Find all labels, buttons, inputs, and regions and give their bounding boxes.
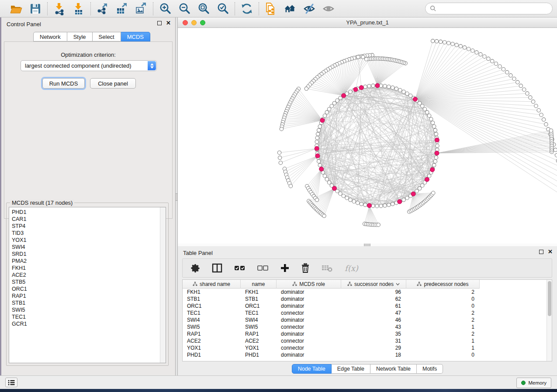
network-node[interactable]	[280, 127, 283, 131]
column-header-shared-name[interactable]: shared name	[183, 280, 241, 289]
network-node[interactable]	[405, 92, 409, 95]
network-node[interactable]	[490, 59, 494, 63]
network-node[interactable]	[431, 121, 434, 124]
network-node[interactable]	[415, 189, 419, 193]
column-header-successor-nodes[interactable]: successor nodes	[341, 280, 406, 289]
network-node[interactable]	[516, 80, 519, 84]
network-node[interactable]	[549, 129, 553, 132]
hide-selected-icon[interactable]	[302, 2, 316, 16]
show-panels-list-button[interactable]	[5, 378, 17, 387]
add-column-icon[interactable]	[280, 262, 289, 274]
float-panel-icon[interactable]	[157, 21, 162, 25]
table-row[interactable]: TEC1TEC1connector472	[183, 309, 547, 316]
tab-edge-table[interactable]: Edge Table	[332, 364, 370, 374]
network-node[interactable]	[339, 192, 342, 195]
network-node[interactable]	[315, 198, 318, 202]
network-node[interactable]	[367, 84, 371, 88]
network-node[interactable]	[447, 41, 450, 45]
mcds-result-item[interactable]: SRD1	[12, 251, 159, 258]
network-node[interactable]	[363, 203, 367, 206]
network-node[interactable]	[443, 41, 446, 44]
mcds-result-item[interactable]: STB5	[12, 279, 159, 285]
network-node[interactable]	[318, 124, 322, 128]
mcds-network-node[interactable]	[398, 199, 402, 204]
network-node[interactable]	[289, 184, 292, 188]
network-node[interactable]	[459, 45, 462, 48]
tab-motifs[interactable]: Motifs	[417, 364, 443, 374]
tab-network-table[interactable]: Network Table	[370, 364, 417, 374]
mcds-network-node[interactable]	[367, 203, 371, 208]
network-node[interactable]	[531, 100, 535, 103]
mcds-network-node[interactable]	[315, 146, 319, 151]
delete-column-icon[interactable]	[301, 262, 310, 274]
network-node[interactable]	[356, 201, 359, 204]
mcds-result-item[interactable]: PHD1	[12, 209, 159, 216]
refresh-icon[interactable]	[240, 2, 254, 16]
network-node[interactable]	[534, 104, 538, 107]
export-network-icon[interactable]	[96, 2, 110, 16]
network-node[interactable]	[418, 186, 421, 190]
mcds-result-list[interactable]: PHD1CAR1STP4TID3YOX1SWI4SRD1PMA2FKH1ACE2…	[9, 207, 166, 363]
mcds-network-node[interactable]	[411, 192, 415, 196]
network-node[interactable]	[434, 132, 438, 136]
network-node[interactable]	[316, 132, 319, 136]
network-node[interactable]	[436, 144, 439, 148]
network-node[interactable]	[352, 199, 356, 203]
network-node[interactable]	[463, 46, 466, 49]
mcds-network-node[interactable]	[430, 168, 435, 172]
network-node[interactable]	[317, 160, 321, 163]
network-node[interactable]	[426, 110, 429, 114]
zoom-out-icon[interactable]	[177, 2, 191, 16]
close-panel-button[interactable]: Close panel	[90, 78, 136, 89]
mcds-result-item[interactable]: RAP1	[12, 292, 159, 299]
mcds-network-node[interactable]	[425, 177, 429, 182]
network-node[interactable]	[387, 85, 391, 88]
network-node[interactable]	[364, 57, 368, 61]
mcds-network-node[interactable]	[319, 167, 324, 171]
network-node[interactable]	[455, 43, 458, 47]
import-table-icon[interactable]	[72, 2, 86, 16]
network-node[interactable]	[371, 204, 375, 208]
network-node[interactable]	[317, 128, 321, 132]
network-node[interactable]	[379, 204, 383, 208]
close-panel-icon[interactable]: ✕	[166, 21, 171, 25]
network-node[interactable]	[304, 87, 308, 90]
network-node[interactable]	[427, 114, 431, 117]
float-panel-icon[interactable]	[539, 250, 543, 254]
zoom-selected-icon[interactable]	[216, 2, 230, 16]
network-node[interactable]	[471, 49, 474, 52]
network-node[interactable]	[487, 57, 490, 60]
network-node[interactable]	[278, 156, 281, 159]
network-node[interactable]	[279, 161, 282, 165]
table-settings-gear-icon[interactable]	[190, 262, 200, 274]
network-node[interactable]	[391, 86, 394, 89]
mcds-result-item[interactable]: SWI5	[12, 306, 159, 313]
tab-select[interactable]: Select	[93, 32, 121, 41]
network-node[interactable]	[322, 214, 326, 217]
network-node[interactable]	[421, 184, 424, 187]
mcds-result-item[interactable]: CAR1	[12, 216, 159, 223]
network-node[interactable]	[387, 203, 391, 206]
network-node[interactable]	[483, 55, 486, 58]
network-node[interactable]	[431, 39, 434, 43]
optimization-criterion-select[interactable]: largest connected component (undirected)	[21, 60, 157, 71]
network-node[interactable]	[398, 88, 402, 92]
mcds-network-node[interactable]	[320, 118, 325, 123]
network-node[interactable]	[327, 107, 331, 111]
table-scrollbar[interactable]	[547, 280, 552, 361]
network-node[interactable]	[467, 47, 470, 51]
run-mcds-button[interactable]: Run MCDS	[42, 78, 85, 89]
network-node[interactable]	[526, 92, 529, 95]
network-node[interactable]	[342, 194, 345, 198]
tab-style[interactable]: Style	[67, 32, 93, 41]
network-node[interactable]	[325, 177, 329, 181]
network-node[interactable]	[540, 113, 543, 117]
table-row[interactable]: STB1STB1dominator620	[183, 296, 547, 303]
network-canvas[interactable]	[178, 28, 557, 244]
network-node[interactable]	[434, 156, 438, 159]
table-row[interactable]: SWI5SWI5connector431	[183, 323, 547, 330]
mcds-result-item[interactable]: ACE2	[12, 272, 159, 279]
network-node[interactable]	[502, 67, 505, 71]
network-node[interactable]	[475, 51, 478, 54]
table-scrollbar-thumb[interactable]	[548, 281, 551, 316]
